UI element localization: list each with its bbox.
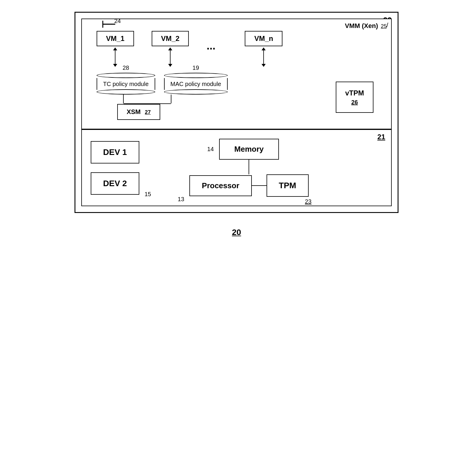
xsm-box: XSM 27 [117,104,160,120]
vmn-wrapper: VM_n [245,31,282,67]
hw-center: 14 Memory 13 Processor TPM [189,139,308,197]
dev1-wrapper: DEV 1 [91,141,139,163]
mem-proc-line [249,160,249,174]
mac-policy-label: MAC policy module [164,78,228,90]
vm1-box: VM_1 [97,31,134,46]
vmn-arrow [262,46,266,67]
tc-policy-wrapper: 28 TC policy module [97,73,155,95]
hw-content: DEV 1 DEV 2 15 14 Memory [91,139,382,197]
processor-row: 13 Processor TPM 23 [189,174,308,197]
tc-policy-label: TC policy module [97,78,155,90]
vm2-wrapper: VM_2 [152,31,189,67]
vmm-internal: 28 TC policy module 19 [88,73,385,120]
mac-to-xsm-line [171,95,171,103]
dev-num-15: 15 [145,191,151,198]
vm2-box: VM_2 [152,31,189,46]
label-24: 24 [114,18,121,24]
dev2-wrapper: DEV 2 15 [91,172,139,195]
tc-to-xsm-line [123,95,124,103]
tpm-wrapper: TPM 23 [267,174,309,197]
hw-section: 21 DEV 1 DEV 2 15 [81,129,392,206]
processor-box: Processor [189,175,252,196]
vmm-xen-label: VMM (Xen) [345,22,378,29]
diagram-outer: 22 VMM (Xen) 25 / 24 ┣━━━ VM_1 [75,12,398,213]
policy-modules-row: 28 TC policy module 19 [97,73,228,95]
dev1-box: DEV 1 [91,141,139,163]
xsm-area: XSM 27 [97,104,160,120]
num-13: 13 [178,196,184,203]
num-14: 14 [207,146,214,153]
vmn-box: VM_n [245,31,282,46]
vm1-arrow [113,46,117,67]
vtpm-wrapper: vTPM 26 [336,82,373,113]
page-container: 22 VMM (Xen) 25 / 24 ┣━━━ VM_1 [12,12,461,237]
memory-box: Memory [219,139,279,160]
label-20-bottom: 20 [232,228,241,237]
vtpm-box: vTPM 26 [336,82,373,113]
vmm-num-label: 25 [381,23,387,29]
vm1-wrapper: 24 ┣━━━ VM_1 [97,31,134,67]
vtpm-label: vTPM [345,89,364,97]
label-21: 21 [377,133,385,141]
mac-num: 19 [193,65,199,71]
xsm-connectors [97,95,171,104]
tc-policy-cylinder: TC policy module [97,73,155,95]
vmm-section: VMM (Xen) 25 / 24 ┣━━━ VM_1 [81,19,392,129]
hw-left: DEV 1 DEV 2 15 [91,141,139,195]
mac-policy-wrapper: 19 MAC policy module [164,73,228,95]
dev2-box: DEV 2 [91,172,139,195]
proc-tpm-line [252,185,267,186]
memory-row: 14 Memory [219,139,279,160]
xsm-num: 27 [145,109,151,115]
tc-num: 28 [123,65,129,71]
vm-row: 24 ┣━━━ VM_1 VM_2 [88,25,385,67]
vmm-left: 28 TC policy module 19 [88,73,228,120]
mac-policy-cylinder: MAC policy module [164,73,228,95]
tpm-num: 23 [305,198,311,205]
vmm-label-area: VMM (Xen) 25 / [345,22,387,30]
xsm-label: XSM [127,108,141,115]
vm2-arrow [168,46,172,67]
vtpm-num: 26 [345,98,364,106]
tpm-box: TPM [267,174,309,197]
vm-dots: ... [189,40,233,58]
